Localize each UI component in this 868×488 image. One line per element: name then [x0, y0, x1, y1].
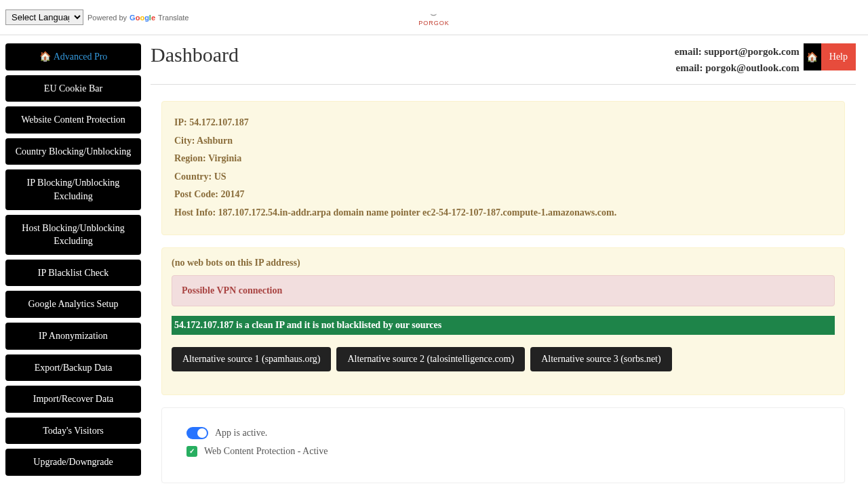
sidebar: 🏠Advanced Pro EU Cookie Bar Website Cont…	[5, 43, 141, 483]
page-title: Dashboard	[151, 43, 239, 66]
sidebar-item-advanced-pro[interactable]: 🏠Advanced Pro	[5, 43, 141, 70]
sidebar-item-ga-setup[interactable]: Google Analytics Setup	[5, 291, 141, 318]
status-card: App is active. ✓ Web Content Protection …	[161, 407, 845, 483]
sidebar-item-host-blocking[interactable]: Host Blocking/Unblocking Excluding	[5, 215, 141, 255]
sidebar-item-ip-anon[interactable]: IP Anonymization	[5, 323, 141, 350]
bots-note: (no web bots on this IP address)	[172, 258, 835, 268]
app-active-toggle[interactable]	[186, 427, 208, 439]
sidebar-item-ip-blacklist[interactable]: IP Blacklist Check	[5, 260, 141, 287]
language-select[interactable]: Select Language	[5, 9, 83, 25]
bot-panel: (no web bots on this IP address) Possibl…	[161, 247, 845, 395]
sidebar-item-upgrade[interactable]: Upgrade/Downgrade	[5, 449, 141, 476]
sidebar-item-country-blocking[interactable]: Country Blocking/Unblocking	[5, 138, 141, 165]
home-icon: 🏠	[806, 52, 818, 62]
sidebar-item-content-protection[interactable]: Website Content Protection	[5, 106, 141, 134]
powered-by-label: Powered by Google Translate	[87, 14, 189, 22]
app-active-label: App is active.	[215, 428, 267, 439]
wcp-label: Web Content Protection - Active	[204, 446, 328, 457]
sidebar-item-ip-blocking[interactable]: IP Blocking/Unblocking Excluding	[5, 169, 141, 209]
source-spamhaus-button[interactable]: Alternative source 1 (spamhaus.org)	[172, 347, 331, 371]
home-icon: 🏠	[39, 52, 51, 62]
source-sorbs-button[interactable]: Alternative source 3 (sorbs.net)	[530, 347, 672, 371]
home-button[interactable]: 🏠	[804, 43, 821, 70]
help-button[interactable]: Help	[821, 43, 856, 70]
vpn-alert: Possible VPN connection	[172, 275, 835, 306]
contact-emails: email: support@porgok.com email: porgok@…	[675, 43, 800, 76]
ip-info-panel: IP: 54.172.107.187 City: Ashburn Region:…	[161, 101, 845, 235]
brand-logo: ⌣ PORGOK	[418, 9, 450, 26]
google-logo: Google	[130, 14, 155, 22]
clean-ip-bar: 54.172.107.187 is a clean IP and it is n…	[172, 316, 835, 335]
check-icon: ✓	[186, 446, 197, 457]
sidebar-item-eu-cookie[interactable]: EU Cookie Bar	[5, 75, 141, 102]
sidebar-item-export[interactable]: Export/Backup Data	[5, 354, 141, 382]
source-talos-button[interactable]: Alternative source 2 (talosintelligence.…	[336, 347, 525, 371]
sidebar-item-visitors[interactable]: Today's Visitors	[5, 418, 141, 445]
sidebar-item-import[interactable]: Import/Recover Data	[5, 386, 141, 413]
